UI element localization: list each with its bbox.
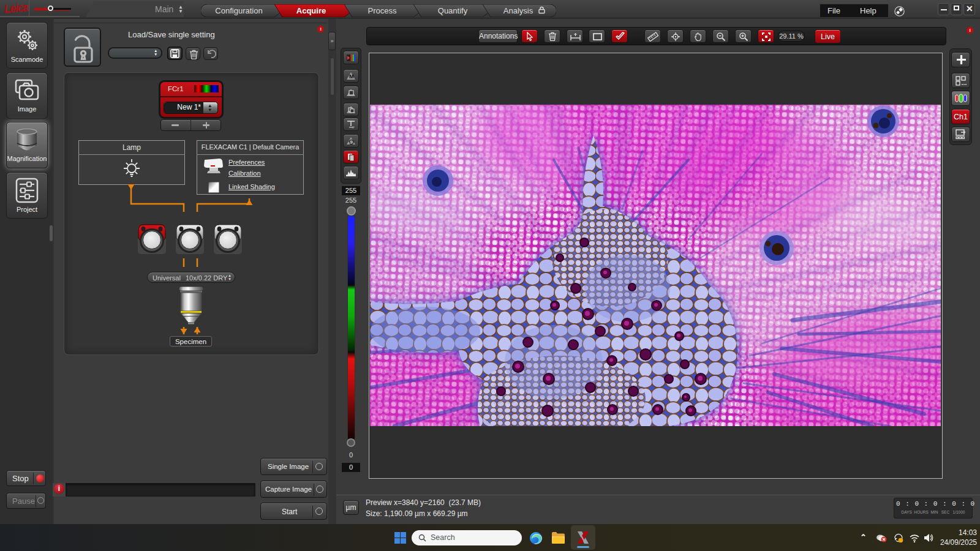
svg-text:.µ: .µ xyxy=(352,125,354,129)
svg-text:M: M xyxy=(349,73,354,80)
